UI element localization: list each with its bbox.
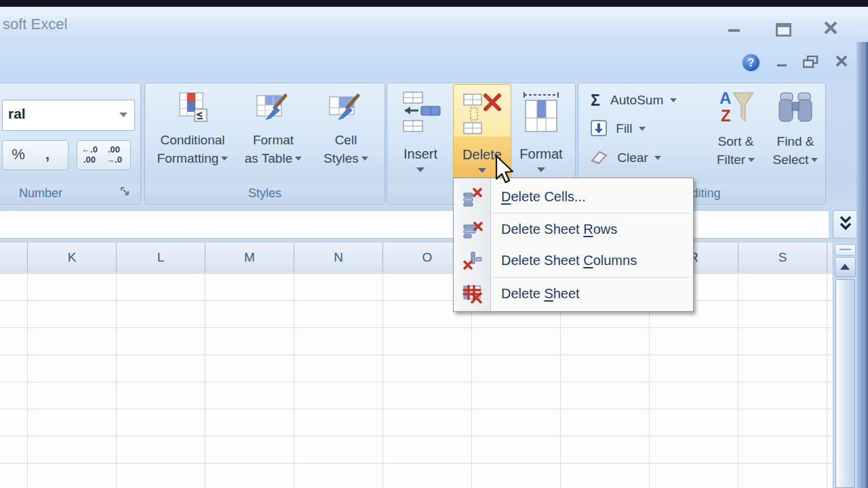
button-label: AutoSum <box>610 93 663 107</box>
sort-filter-button[interactable]: A Z Sort & Filter <box>706 87 766 184</box>
ribbon-group-number: ral %, ←.0 .00 .00 →.0 Number <box>0 83 141 205</box>
conditional-formatting-icon <box>149 92 236 129</box>
menu-separator <box>493 277 689 278</box>
column-header-row: K L M N O P Q R S <box>0 243 856 274</box>
number-format-value: ral <box>8 106 26 122</box>
menu-item-delete-sheet-rows[interactable]: Delete Sheet Rows <box>454 214 693 244</box>
column-header[interactable]: L <box>117 243 205 272</box>
fill-icon <box>591 120 607 140</box>
delete-cells-menu-icon <box>462 187 483 210</box>
close-icon[interactable] <box>823 20 838 38</box>
number-button-panel: %, <box>2 140 68 170</box>
dropdown-arrow-icon <box>221 157 228 161</box>
button-label: Clear <box>617 150 648 165</box>
dropdown-arrow-icon <box>670 98 677 102</box>
maximize-icon[interactable] <box>776 23 791 37</box>
column-header[interactable]: S <box>738 243 827 272</box>
delete-dropdown-menu: Delete Cells... Delete Sheet Rows <box>453 178 694 312</box>
format-cells-icon <box>519 89 564 142</box>
button-label: as Table <box>245 151 292 165</box>
vertical-scrollbar[interactable] <box>833 243 857 488</box>
dropdown-arrow-icon <box>654 156 661 160</box>
dropdown-arrow-icon <box>639 127 646 131</box>
delete-sheet-columns-menu-icon <box>462 251 483 274</box>
insert-cells-icon <box>398 89 443 142</box>
scrollbar-thumb[interactable] <box>835 279 855 488</box>
delete-sheet-menu-icon <box>462 284 483 307</box>
clear-eraser-icon <box>591 150 608 168</box>
fill-button[interactable]: Fill <box>591 120 646 142</box>
dropdown-arrow-icon <box>295 157 302 161</box>
button-label: Cell <box>312 131 380 149</box>
decimal-button-panel: ←.0 .00 .00 →.0 <box>77 140 131 170</box>
ribbon-group-styles: Conditional Formatting Format as Table <box>144 83 385 205</box>
delete-sheet-rows-menu-icon <box>462 220 483 243</box>
percent-style-button[interactable]: % <box>3 141 34 168</box>
spreadsheet-grid[interactable] <box>0 273 856 488</box>
find-select-binoculars-icon <box>776 120 814 131</box>
dropdown-arrow-icon <box>748 158 755 162</box>
workbook-minimize-icon[interactable] <box>777 64 787 66</box>
comma-style-button[interactable]: , <box>34 141 61 168</box>
dialog-launcher-icon[interactable] <box>120 186 131 200</box>
scroll-up-icon[interactable] <box>835 257 856 277</box>
button-label: Filter <box>717 152 745 167</box>
menu-separator <box>493 213 689 214</box>
double-chevron-down-icon <box>837 216 854 233</box>
dropdown-arrow-icon <box>537 167 545 172</box>
ribbon-tab-band: ? <box>0 42 868 80</box>
column-header[interactable]: K <box>28 243 117 272</box>
column-header-partial[interactable] <box>0 243 28 272</box>
clear-button[interactable]: Clear <box>591 150 661 171</box>
styles-group-label: Styles <box>145 186 384 201</box>
workbook-restore-icon[interactable] <box>803 56 819 72</box>
column-header[interactable]: M <box>205 243 294 272</box>
window-right-border <box>856 42 868 488</box>
autosum-button[interactable]: Σ AutoSum <box>591 92 677 113</box>
formula-bar[interactable] <box>0 210 829 239</box>
workbook-close-icon[interactable] <box>835 54 848 70</box>
number-group-label: Number <box>3 186 78 201</box>
chevron-down-icon <box>119 113 127 117</box>
increase-decimal-icon: ←.0 <box>81 144 98 155</box>
minimize-icon[interactable] <box>728 29 740 32</box>
menu-item-delete-sheet[interactable]: Delete Sheet <box>454 279 693 308</box>
button-label: Format <box>511 146 572 162</box>
format-as-table-button[interactable]: Format as Table <box>236 87 311 184</box>
menu-item-delete-sheet-columns[interactable]: Delete Sheet Columns <box>454 245 693 275</box>
dropdown-arrow-icon <box>361 157 368 161</box>
find-select-button[interactable]: Find & Select <box>767 87 824 184</box>
increase-decimal-button[interactable]: ←.0 .00 <box>77 141 102 165</box>
expand-formula-bar-button[interactable] <box>833 210 858 239</box>
button-label: Conditional <box>149 131 236 149</box>
sigma-icon: Σ <box>591 92 600 109</box>
svg-text:A: A <box>719 89 731 107</box>
mouse-cursor-icon <box>494 155 517 184</box>
number-format-dropdown[interactable]: ral <box>2 100 135 131</box>
conditional-formatting-button[interactable]: Conditional Formatting <box>149 87 236 184</box>
format-button[interactable]: Format <box>511 84 572 179</box>
cell-styles-button[interactable]: Cell Styles <box>312 87 380 184</box>
insert-button[interactable]: Insert <box>389 84 452 179</box>
sort-filter-icon: A Z <box>717 120 755 131</box>
help-icon[interactable]: ? <box>743 54 760 71</box>
title-bar: soft Excel <box>0 7 868 43</box>
decrease-decimal-button[interactable]: .00 →.0 <box>102 141 126 165</box>
cell-styles-icon <box>312 92 380 129</box>
formula-bar-zone <box>0 207 868 243</box>
delete-cells-icon <box>460 90 505 143</box>
button-label: Formatting <box>157 151 219 165</box>
button-label: Select <box>773 152 809 167</box>
scrollbar-split-handle[interactable] <box>835 244 856 256</box>
dropdown-arrow-icon <box>478 168 486 173</box>
button-label: Format <box>236 131 311 149</box>
letterbox-top-bar <box>0 0 868 7</box>
button-label: Find & <box>767 132 824 150</box>
menu-item-delete-cells[interactable]: Delete Cells... <box>454 182 693 211</box>
dropdown-arrow-icon <box>811 158 818 162</box>
format-as-table-icon <box>236 92 311 129</box>
svg-text:Z: Z <box>721 106 731 125</box>
button-label: Sort & <box>706 132 766 150</box>
button-label: Insert <box>389 146 452 162</box>
column-header[interactable]: N <box>294 243 383 272</box>
